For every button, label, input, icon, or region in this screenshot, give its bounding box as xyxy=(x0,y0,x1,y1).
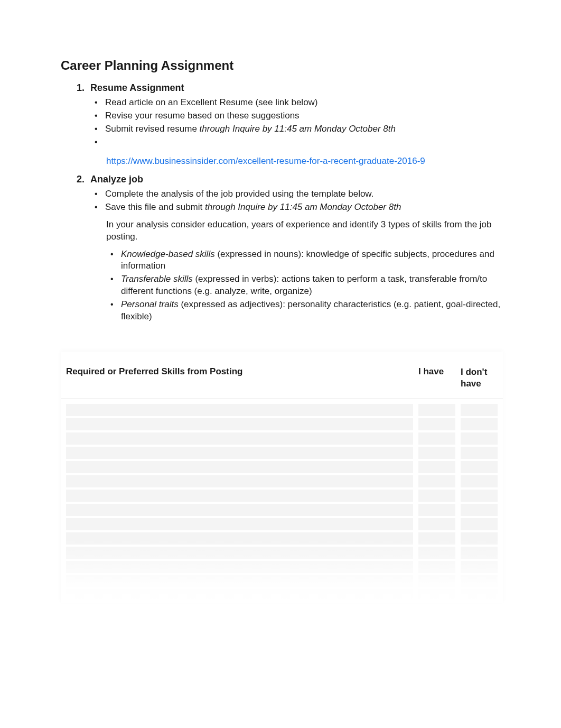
bullet-item: Save this file and submit through Inquir… xyxy=(90,201,503,214)
table-body xyxy=(61,399,503,603)
table-row xyxy=(66,474,498,489)
have-cell[interactable] xyxy=(418,461,455,473)
dont-have-cell[interactable] xyxy=(461,404,498,416)
table-row xyxy=(66,460,498,474)
have-cell[interactable] xyxy=(418,447,455,459)
column-header-skills: Required or Preferred Skills from Postin… xyxy=(66,366,418,390)
dont-have-cell[interactable] xyxy=(461,490,498,502)
have-cell[interactable] xyxy=(418,589,455,602)
bullet-text: Save this file and submit xyxy=(105,202,205,212)
skill-name: Knowledge-based skills xyxy=(121,249,215,259)
section-heading: Resume Assignment xyxy=(90,82,184,94)
skill-cell[interactable] xyxy=(66,547,413,559)
have-cell[interactable] xyxy=(418,432,455,445)
table-row xyxy=(66,446,498,460)
bullet-item: Complete the analysis of the job provide… xyxy=(90,188,503,200)
skill-type-item: Personal traits (expressed as adjectives… xyxy=(106,299,503,323)
have-cell[interactable] xyxy=(418,518,455,530)
dont-have-cell[interactable] xyxy=(461,418,498,430)
article-link[interactable]: https://www.businessinsider.com/excellen… xyxy=(106,156,503,167)
table-header-row: Required or Preferred Skills from Postin… xyxy=(61,352,503,399)
table-row xyxy=(66,588,498,603)
skill-cell[interactable] xyxy=(66,561,413,573)
column-header-have: I have xyxy=(418,366,455,390)
skill-type-item: Transferable skills (expressed in verbs)… xyxy=(106,273,503,298)
have-cell[interactable] xyxy=(418,561,455,573)
skill-types-list: Knowledge-based skills (expressed in nou… xyxy=(77,248,503,324)
bullet-italic: through Inquire by 11:45 am Monday Octob… xyxy=(205,202,401,212)
skills-table: Required or Preferred Skills from Postin… xyxy=(61,352,503,603)
skill-cell[interactable] xyxy=(66,461,413,473)
table-row xyxy=(66,403,498,417)
have-cell[interactable] xyxy=(418,575,455,587)
table-row xyxy=(66,517,498,531)
have-cell[interactable] xyxy=(418,475,455,487)
section-number: 2. xyxy=(77,174,90,185)
skill-name: Personal traits xyxy=(121,299,179,309)
dont-have-cell[interactable] xyxy=(461,561,498,573)
skill-cell[interactable] xyxy=(66,490,413,502)
bullet-item: Revise your resume based on these sugges… xyxy=(90,110,503,122)
dont-have-cell[interactable] xyxy=(461,504,498,516)
dont-have-cell[interactable] xyxy=(461,575,498,587)
dont-have-cell[interactable] xyxy=(461,589,498,602)
have-cell[interactable] xyxy=(418,404,455,416)
page-title: Career Planning Assignment xyxy=(61,58,503,73)
table-row xyxy=(66,574,498,588)
skill-cell[interactable] xyxy=(66,447,413,459)
dont-have-cell[interactable] xyxy=(461,547,498,559)
bullet-item: Read article on an Excellent Resume (see… xyxy=(90,97,503,109)
resume-bullets: Read article on an Excellent Resume (see… xyxy=(77,97,503,149)
have-cell[interactable] xyxy=(418,418,455,430)
have-cell[interactable] xyxy=(418,490,455,502)
section-heading: Analyze job xyxy=(90,174,143,185)
skill-name: Transferable skills xyxy=(121,274,193,284)
skill-cell[interactable] xyxy=(66,418,413,430)
section-analyze: 2. Analyze job Complete the analysis of … xyxy=(77,174,503,323)
bullet-item-empty xyxy=(90,136,503,149)
have-cell[interactable] xyxy=(418,547,455,559)
table-row xyxy=(66,531,498,546)
section-number: 1. xyxy=(77,82,90,94)
section-resume: 1. Resume Assignment Read article on an … xyxy=(77,82,503,167)
table-row xyxy=(66,503,498,517)
table-row xyxy=(66,417,498,431)
dont-have-cell[interactable] xyxy=(461,461,498,473)
skill-cell[interactable] xyxy=(66,504,413,516)
table-row xyxy=(66,560,498,574)
table-row xyxy=(66,489,498,503)
skill-cell[interactable] xyxy=(66,432,413,445)
skill-desc: (expressed as adjectives): personality c… xyxy=(121,299,500,321)
skill-cell[interactable] xyxy=(66,475,413,487)
analyze-bullets: Complete the analysis of the job provide… xyxy=(77,188,503,214)
dont-have-cell[interactable] xyxy=(461,532,498,545)
skill-cell[interactable] xyxy=(66,532,413,545)
dont-have-cell[interactable] xyxy=(461,432,498,445)
bullet-item: Submit revised resume through Inquire by… xyxy=(90,123,503,135)
skill-cell[interactable] xyxy=(66,404,413,416)
column-header-donthave: I don't have xyxy=(461,366,498,390)
skill-cell[interactable] xyxy=(66,518,413,530)
dont-have-cell[interactable] xyxy=(461,447,498,459)
bullet-italic: through Inquire by 11:45 am Monday Octob… xyxy=(200,124,396,134)
dont-have-cell[interactable] xyxy=(461,518,498,530)
have-cell[interactable] xyxy=(418,532,455,545)
skill-cell[interactable] xyxy=(66,589,413,602)
skill-type-item: Knowledge-based skills (expressed in nou… xyxy=(106,248,503,273)
dont-have-cell[interactable] xyxy=(461,475,498,487)
table-row xyxy=(66,546,498,560)
assignment-list: 1. Resume Assignment Read article on an … xyxy=(61,82,503,323)
analysis-paragraph: In your analysis consider education, yea… xyxy=(106,219,503,243)
skill-cell[interactable] xyxy=(66,575,413,587)
bullet-text: Submit revised resume xyxy=(105,124,200,134)
table-row xyxy=(66,431,498,446)
have-cell[interactable] xyxy=(418,504,455,516)
